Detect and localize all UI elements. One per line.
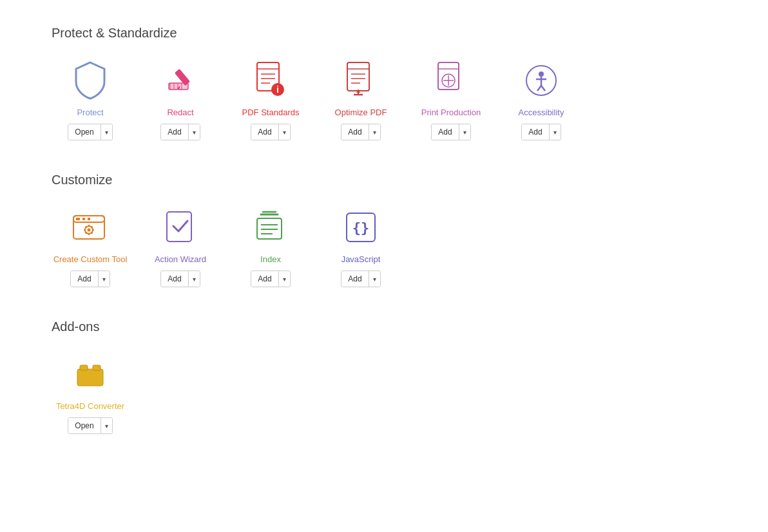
pdf-standards-dropdown-button[interactable]: ▾	[279, 124, 290, 140]
index-dropdown-button[interactable]: ▾	[279, 271, 290, 287]
tetra4d-label: Tetra4D Converter	[56, 401, 124, 411]
javascript-icon: {}	[340, 207, 381, 248]
index-label: Index	[260, 254, 281, 264]
tools-row-customize: Create Custom Tool Add ▾ Action Wizard A…	[52, 207, 716, 287]
optimize-pdf-btn-group[interactable]: Add ▾	[341, 124, 380, 140]
tool-javascript: {} JavaScript Add ▾	[322, 207, 399, 287]
pdf-standards-label: PDF Standards	[242, 108, 300, 117]
action-wizard-dropdown-button[interactable]: ▾	[189, 271, 200, 287]
section-title-customize: Customize	[52, 173, 716, 187]
section-title-protect-standardize: Protect & Standardize	[52, 26, 716, 41]
print-production-add-button[interactable]: Add	[432, 124, 459, 140]
accessibility-icon	[521, 60, 562, 101]
action-wizard-label: Action Wizard	[155, 254, 206, 264]
pdf-standards-btn-group[interactable]: Add ▾	[251, 124, 290, 140]
protect-icon	[70, 60, 111, 101]
tool-redact: Redact Add ▾	[142, 60, 219, 140]
create-custom-tool-label: Create Custom Tool	[53, 254, 128, 264]
protect-btn-group[interactable]: Open ▾	[68, 124, 112, 140]
index-add-button[interactable]: Add	[251, 271, 278, 287]
tetra4d-icon	[70, 354, 111, 395]
tool-index: Index Add ▾	[232, 207, 309, 287]
protect-dropdown-button[interactable]: ▾	[101, 124, 112, 140]
optimize-pdf-dropdown-button[interactable]: ▾	[369, 124, 380, 140]
tool-action-wizard: Action Wizard Add ▾	[142, 207, 219, 287]
tetra4d-btn-group[interactable]: Open ▾	[68, 417, 112, 434]
accessibility-btn-group[interactable]: Add ▾	[521, 124, 561, 140]
tool-print-production: Print Production Add ▾	[412, 60, 490, 140]
optimize-pdf-label: Optimize PDF	[335, 108, 387, 117]
tools-row-addons: Tetra4D Converter Open ▾	[52, 354, 716, 434]
tetra4d-dropdown-button[interactable]: ▾	[101, 418, 112, 433]
accessibility-add-button[interactable]: Add	[522, 124, 549, 140]
tool-create-custom-tool: Create Custom Tool Add ▾	[52, 207, 129, 287]
javascript-btn-group[interactable]: Add ▾	[341, 271, 380, 287]
svg-rect-49	[167, 212, 191, 242]
redact-add-button[interactable]: Add	[161, 124, 188, 140]
svg-text:{}: {}	[352, 220, 370, 236]
create-custom-tool-add-button[interactable]: Add	[71, 271, 98, 287]
optimize-pdf-add-button[interactable]: Add	[341, 124, 369, 140]
print-production-dropdown-button[interactable]: ▾	[459, 124, 470, 140]
javascript-add-button[interactable]: Add	[341, 271, 369, 287]
index-icon	[250, 207, 291, 248]
svg-rect-38	[88, 218, 90, 220]
action-wizard-add-button[interactable]: Add	[161, 271, 188, 287]
main-page: Protect & Standardize Protect Open ▾	[0, 0, 768, 532]
protect-label: Protect	[77, 108, 103, 117]
svg-rect-59	[80, 365, 88, 370]
tool-pdf-standards: i PDF Standards Add ▾	[232, 60, 309, 140]
create-custom-tool-dropdown-button[interactable]: ▾	[99, 271, 110, 287]
accessibility-label: Accessibility	[519, 108, 564, 117]
redact-icon	[160, 60, 201, 101]
tool-accessibility: Accessibility Add ▾	[503, 60, 580, 140]
javascript-dropdown-button[interactable]: ▾	[369, 271, 380, 287]
action-wizard-btn-group[interactable]: Add ▾	[160, 271, 200, 287]
create-custom-tool-btn-group[interactable]: Add ▾	[70, 271, 110, 287]
svg-line-32	[537, 86, 541, 91]
svg-text:i: i	[276, 84, 279, 95]
svg-point-29	[539, 71, 544, 77]
svg-line-33	[541, 86, 545, 91]
tools-row-protect-standardize: Protect Open ▾	[52, 60, 716, 140]
section-addons: Add-ons Tetra4D Converter Open ▾	[52, 319, 716, 434]
svg-rect-60	[93, 365, 101, 370]
svg-rect-36	[76, 218, 80, 220]
print-production-icon	[430, 60, 472, 101]
svg-rect-15	[347, 62, 369, 91]
create-custom-tool-icon	[70, 207, 111, 248]
redact-dropdown-button[interactable]: ▾	[189, 124, 200, 140]
tool-protect: Protect Open ▾	[52, 60, 129, 140]
pdf-standards-icon: i	[250, 60, 291, 101]
tetra4d-open-button[interactable]: Open	[68, 418, 101, 433]
section-protect-standardize: Protect & Standardize Protect Open ▾	[52, 26, 716, 140]
svg-rect-37	[82, 218, 85, 220]
optimize-pdf-icon	[340, 60, 381, 101]
accessibility-dropdown-button[interactable]: ▾	[550, 124, 561, 140]
section-title-addons: Add-ons	[52, 319, 716, 334]
redact-btn-group[interactable]: Add ▾	[160, 124, 200, 140]
svg-point-40	[88, 229, 91, 232]
svg-rect-58	[77, 369, 103, 386]
action-wizard-icon	[160, 207, 201, 248]
section-customize: Customize	[52, 173, 716, 287]
tool-optimize-pdf: Optimize PDF Add ▾	[322, 60, 399, 140]
pdf-standards-add-button[interactable]: Add	[251, 124, 278, 140]
javascript-label: JavaScript	[341, 254, 381, 264]
redact-label: Redact	[167, 108, 193, 117]
print-production-btn-group[interactable]: Add ▾	[431, 124, 470, 140]
index-btn-group[interactable]: Add ▾	[251, 271, 290, 287]
tool-tetra4d: Tetra4D Converter Open ▾	[52, 354, 129, 434]
protect-open-button[interactable]: Open	[68, 124, 101, 140]
print-production-label: Print Production	[421, 108, 481, 117]
